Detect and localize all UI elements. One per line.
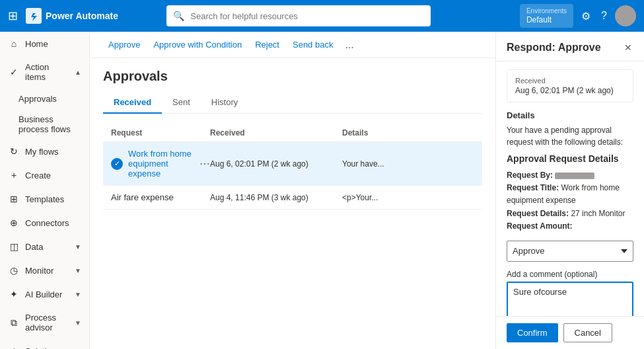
panel-header: Respond: Approve ✕ [496, 32, 644, 61]
col-received: Received [210, 128, 342, 137]
sidebar-item-solutions[interactable]: ◈ Solutions [0, 339, 89, 349]
action-bar: Approve Approve with Condition Reject Se… [90, 32, 495, 58]
chevron-up-icon: ▲ [75, 69, 81, 76]
table-row[interactable]: Air fare expense Aug 4, 11:46 PM (3 wk a… [103, 186, 482, 210]
sidebar-label-data: Data [25, 242, 43, 252]
details-section-title: Details [507, 110, 633, 120]
received-label: Received [515, 77, 625, 85]
sidebar: ⌂ Home ✓ Action items ▲ Approvals Busine… [0, 32, 90, 349]
send-back-button[interactable]: Send back [287, 37, 338, 52]
search-input[interactable] [166, 5, 431, 26]
sidebar-label-ai-builder: AI Builder [25, 290, 62, 299]
sidebar-item-data[interactable]: ◫ Data ▼ [0, 235, 89, 258]
panel-body: Received Aug 6, 02:01 PM (2 wk ago) Deta… [496, 61, 644, 316]
topbar-right: Environments Default ⚙ ? [520, 4, 636, 28]
reject-button[interactable]: Reject [250, 37, 285, 52]
action-items-icon: ✓ [8, 67, 20, 77]
request-title-line: Request Title: Work from home equipment … [507, 182, 633, 207]
main-wrap: ⌂ Home ✓ Action items ▲ Approvals Busine… [0, 32, 644, 349]
request-title-key: Request Title: [507, 183, 559, 192]
sidebar-label-action-items: Action items [25, 62, 69, 82]
sidebar-item-action-items[interactable]: ✓ Action items ▲ [0, 56, 89, 89]
more-actions-button[interactable]: ... [341, 36, 357, 54]
panel-details-section: Details Your have a pending approval req… [507, 110, 633, 233]
app-logo: Power Automate [26, 8, 118, 24]
help-button[interactable]: ? [598, 7, 610, 24]
sidebar-label-monitor: Monitor [25, 266, 54, 276]
chevron-down-ai-icon: ▼ [75, 291, 81, 298]
power-automate-logo-icon [26, 8, 42, 24]
request-amount-key: Request Amount: [507, 221, 573, 231]
main-content: Approve Approve with Condition Reject Se… [90, 32, 495, 349]
row-title-link[interactable]: Work from home equipment expense [128, 149, 194, 178]
sidebar-label-templates: Templates [25, 194, 64, 204]
confirm-button[interactable]: Confirm [507, 323, 558, 342]
col-details: Details [342, 128, 474, 137]
sidebar-item-templates[interactable]: ⊞ Templates [0, 187, 89, 211]
request-details-line: Request Details: 27 inch Monitor [507, 208, 633, 220]
sidebar-label-create: Create [25, 171, 51, 180]
panel-received-section: Received Aug 6, 02:01 PM (2 wk ago) [507, 69, 633, 102]
sidebar-item-approvals[interactable]: Approvals [0, 89, 89, 109]
approve-with-condition-button[interactable]: Approve with Condition [148, 37, 247, 52]
data-icon: ◫ [8, 241, 20, 252]
chevron-down-data-icon: ▼ [75, 243, 81, 251]
sidebar-label-home: Home [25, 39, 48, 49]
ai-builder-icon: ✦ [8, 289, 20, 299]
sidebar-label-solutions: Solutions [25, 346, 60, 350]
tab-sent[interactable]: Sent [162, 92, 201, 114]
approve-button[interactable]: Approve [103, 37, 145, 52]
page-title: Approvals [103, 69, 482, 84]
table-row[interactable]: ✓ Work from home equipment expense ⋯ Aug… [103, 142, 482, 186]
panel-close-button[interactable]: ✕ [623, 41, 633, 54]
panel-footer: Confirm Cancel [496, 316, 644, 349]
cancel-button[interactable]: Cancel [563, 323, 612, 342]
row-details-text: Your have... [342, 159, 474, 169]
page-content: Approvals Received Sent History Request … [90, 58, 495, 349]
search-icon: 🔍 [173, 11, 184, 21]
comment-textarea[interactable]: Sure ofcourse [507, 282, 633, 316]
sidebar-item-ai-builder[interactable]: ✦ AI Builder ▼ [0, 282, 89, 306]
sidebar-label-approvals: Approvals [18, 94, 57, 104]
panel-body-text: Your have a pending approval request wit… [507, 124, 633, 148]
sidebar-item-business-process-flows[interactable]: Business process flows [0, 109, 89, 139]
row-more-icon[interactable]: ⋯ [199, 157, 210, 170]
sidebar-label-connectors: Connectors [25, 218, 69, 228]
row-request-cell: ✓ Work from home equipment expense ⋯ [111, 149, 210, 178]
received-value: Aug 6, 02:01 PM (2 wk ago) [515, 86, 625, 95]
settings-button[interactable]: ⚙ [579, 7, 593, 25]
topbar: ⊞ Power Automate 🔍 Environments Default … [0, 0, 644, 32]
sidebar-item-home[interactable]: ⌂ Home [0, 32, 89, 56]
row-details-text: <p>Your... [342, 193, 474, 202]
sidebar-label-my-flows: My flows [25, 147, 59, 157]
sidebar-item-monitor[interactable]: ◷ Monitor ▼ [0, 258, 89, 282]
request-by-line: Request By: [507, 169, 633, 182]
create-icon: + [8, 170, 20, 180]
request-details-key: Request Details: [507, 209, 569, 218]
tab-received[interactable]: Received [103, 92, 162, 114]
comment-section: Add a comment (optional) Sure ofcourse [507, 270, 633, 316]
panel-title: Respond: Approve [507, 42, 601, 54]
sidebar-label-business-process-flows: Business process flows [18, 114, 81, 134]
request-amount-line: Request Amount: [507, 220, 633, 233]
sidebar-label-process-advisor: Process advisor [25, 313, 69, 332]
tabs: Received Sent History [103, 92, 482, 114]
env-label: Environments [526, 7, 567, 15]
comment-label: Add a comment (optional) [507, 270, 633, 279]
tab-history[interactable]: History [201, 92, 248, 114]
sidebar-item-my-flows[interactable]: ↻ My flows [0, 139, 89, 163]
request-by-key: Request By: [507, 171, 553, 180]
monitor-icon: ◷ [8, 265, 20, 276]
waffle-icon[interactable]: ⊞ [8, 9, 18, 23]
avatar[interactable] [615, 5, 636, 26]
chevron-down-monitor-icon: ▼ [75, 267, 81, 274]
solutions-icon: ◈ [8, 346, 20, 349]
row-status-icon: ✓ [111, 158, 123, 170]
sidebar-item-create[interactable]: + Create [0, 163, 89, 187]
environment-selector[interactable]: Environments Default [520, 4, 573, 28]
search-bar: 🔍 [166, 5, 431, 26]
col-request: Request [111, 128, 210, 137]
sidebar-item-process-advisor[interactable]: ⧉ Process advisor ▼ [0, 306, 89, 339]
sidebar-item-connectors[interactable]: ⊕ Connectors [0, 211, 89, 235]
response-dropdown[interactable]: Approve Reject [507, 241, 633, 262]
